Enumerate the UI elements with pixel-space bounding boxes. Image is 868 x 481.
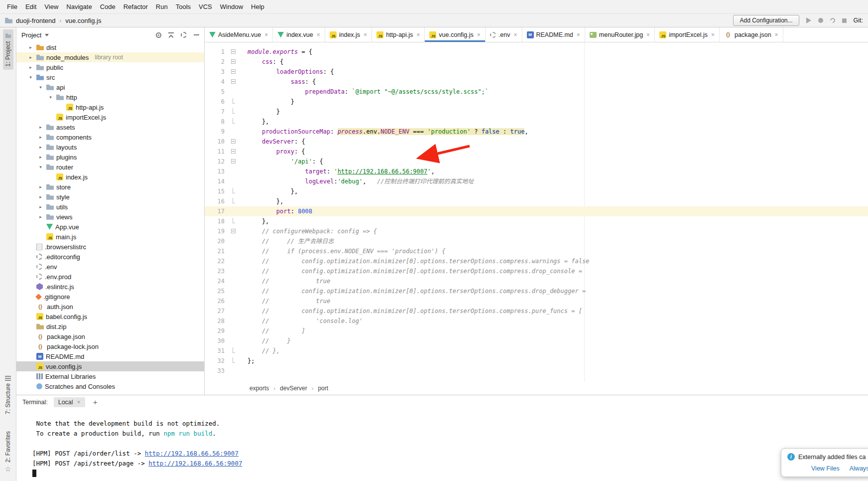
breadcrumb-exports[interactable]: exports [249, 385, 269, 392]
code-line-text[interactable]: css: { [241, 57, 868, 67]
hide-panel-icon[interactable] [194, 34, 199, 35]
tab-http-api.js[interactable]: http-api.js [372, 27, 425, 42]
tree-item-views[interactable]: ▸views [16, 212, 204, 222]
tab-asidemenu.vue[interactable]: AsideMenu.vue [205, 27, 273, 42]
line-number[interactable]: 30 [205, 336, 228, 346]
code-line-text[interactable]: port: 8008 [241, 206, 868, 216]
project-panel-title[interactable]: Project [21, 31, 41, 39]
tree-item-http-api.js[interactable]: http-api.js [16, 102, 204, 112]
tab-package.json[interactable]: package.json [720, 27, 783, 42]
menu-code[interactable]: Code [96, 1, 120, 12]
line-number[interactable]: 6 [205, 97, 228, 107]
code-line-text[interactable]: module.exports = { [241, 47, 868, 57]
code-line-text[interactable]: devServer: { [241, 137, 868, 147]
menu-navigate[interactable]: Navigate [62, 1, 96, 12]
tree-item-node-modules[interactable]: ▸node_moduleslibrary root [16, 52, 204, 62]
tree-item-.env.prod[interactable]: .env.prod [16, 272, 204, 282]
fold-collapse-icon[interactable] [231, 159, 236, 163]
chevron-right-icon[interactable]: ▸ [37, 214, 44, 219]
line-number[interactable]: 7 [205, 107, 228, 117]
code-line-text[interactable]: prependData: `@import "~@/assets/scss/st… [241, 87, 868, 97]
notification-link-always-add[interactable]: Always Add [850, 465, 868, 472]
breadcrumb-devserver[interactable]: devServer [280, 385, 307, 392]
tree-item-plugins[interactable]: ▸plugins [16, 152, 204, 162]
code-line-text[interactable]: sass: { [241, 77, 868, 87]
tree-item-.eslintrc.js[interactable]: .eslintrc.js [16, 282, 204, 292]
tree-item-app.vue[interactable]: App.vue [16, 222, 204, 232]
menu-run[interactable]: Run [152, 1, 172, 12]
close-icon[interactable] [711, 31, 715, 38]
tree-item-public[interactable]: ▸public [16, 62, 204, 72]
line-number[interactable]: 13 [205, 166, 228, 176]
add-configuration-button[interactable]: Add Configuration... [733, 15, 799, 26]
code-line-text[interactable]: } [241, 107, 868, 117]
tab-vue.config.js[interactable]: vue.config.js [425, 27, 486, 42]
fold-collapse-icon[interactable] [231, 139, 236, 144]
breadcrumb-vue.config.js[interactable]: vue.config.js [65, 17, 101, 24]
tree-item-.editorconfig[interactable]: .editorconfig [16, 252, 204, 262]
line-number[interactable]: 8 [205, 117, 228, 127]
tree-item-assets[interactable]: ▸assets [16, 122, 204, 132]
tab-.env[interactable]: .env [486, 27, 522, 42]
code-area[interactable]: 1module.exports = {2 css: {3 loaderOptio… [205, 42, 868, 382]
code-line-text[interactable]: // } [241, 336, 868, 346]
tree-item-store[interactable]: ▸store [16, 182, 204, 192]
chevron-down-icon[interactable]: ▾ [47, 95, 54, 100]
tree-item-external-libraries[interactable]: External Libraries [16, 371, 204, 381]
menu-view[interactable]: View [40, 1, 62, 12]
chevron-right-icon[interactable]: ▸ [37, 145, 44, 150]
menu-edit[interactable]: Edit [21, 1, 40, 12]
tool-window-favorites-button[interactable]: 2: Favorites [3, 428, 13, 476]
chevron-right-icon[interactable]: ▸ [37, 184, 44, 189]
breadcrumb-port[interactable]: port [318, 385, 328, 392]
tree-item-router[interactable]: ▾router [16, 162, 204, 172]
chevron-right-icon[interactable]: ▸ [27, 55, 34, 60]
stop-icon[interactable] [842, 18, 847, 23]
tree-item-layouts[interactable]: ▸layouts [16, 142, 204, 152]
line-number[interactable]: 19 [205, 226, 228, 236]
tab-readme.md[interactable]: README.md [522, 27, 585, 42]
tab-menurouter.jpg[interactable]: menuRouter.jpg [585, 27, 655, 42]
close-icon[interactable] [264, 31, 268, 38]
line-number[interactable]: 10 [205, 137, 228, 147]
line-number[interactable]: 11 [205, 147, 228, 157]
tree-item-dist.zip[interactable]: dist.zip [16, 321, 204, 331]
fold-collapse-icon[interactable] [231, 59, 236, 64]
chevron-right-icon[interactable]: ▸ [37, 194, 44, 199]
tree-item-style[interactable]: ▸style [16, 192, 204, 202]
tree-item-package.json[interactable]: package.json [16, 331, 204, 341]
line-number[interactable]: 15 [205, 186, 228, 196]
tree-item-babel.config.js[interactable]: babel.config.js [16, 312, 204, 321]
breadcrumb-duoji-frontend[interactable]: duoji-frontend [16, 17, 56, 24]
chevron-down-icon[interactable]: ▾ [27, 75, 34, 80]
collapse-all-icon[interactable] [168, 32, 174, 38]
close-icon[interactable] [364, 31, 367, 38]
chevron-down-icon[interactable]: ▾ [37, 85, 44, 90]
terminal-output[interactable]: Note that the development build is not o… [16, 409, 868, 481]
code-line-text[interactable]: // true [241, 296, 868, 306]
line-number[interactable]: 26 [205, 296, 228, 306]
code-line-text[interactable]: // config.optimization.minimizer[0].opti… [241, 266, 868, 276]
chevron-right-icon[interactable]: ▸ [37, 155, 44, 160]
chevron-right-icon[interactable]: ▸ [37, 135, 44, 140]
code-line-text[interactable]: }, [241, 196, 868, 206]
chevron-right-icon[interactable]: ▸ [37, 125, 44, 130]
chevron-right-icon[interactable]: ▸ [37, 204, 44, 209]
line-number[interactable]: 5 [205, 87, 228, 97]
tree-item-main.js[interactable]: main.js [16, 232, 204, 242]
notification-link-view-files[interactable]: View Files [811, 465, 840, 472]
line-number[interactable]: 3 [205, 67, 228, 77]
tab-importexcel.js[interactable]: importExcel.js [655, 27, 720, 42]
tab-index.vue[interactable]: index.vue [273, 27, 325, 42]
close-icon[interactable] [77, 399, 81, 406]
code-line-text[interactable]: logLevel:'debug', //控制台终端打印代理前的真实地址 [241, 176, 868, 186]
code-line-text[interactable]: }; [241, 356, 868, 366]
tab-index.js[interactable]: index.js [325, 27, 372, 42]
menu-file[interactable]: File [3, 1, 21, 12]
line-number[interactable]: 32 [205, 356, 228, 366]
close-icon[interactable] [317, 31, 320, 38]
code-line-text[interactable]: // config.optimization.minimizer[0].opti… [241, 256, 868, 266]
line-number[interactable]: 14 [205, 176, 228, 186]
code-line-text[interactable]: // ] [241, 326, 868, 336]
code-line-text[interactable]: // config.optimization.minimizer[0].opti… [241, 286, 868, 296]
